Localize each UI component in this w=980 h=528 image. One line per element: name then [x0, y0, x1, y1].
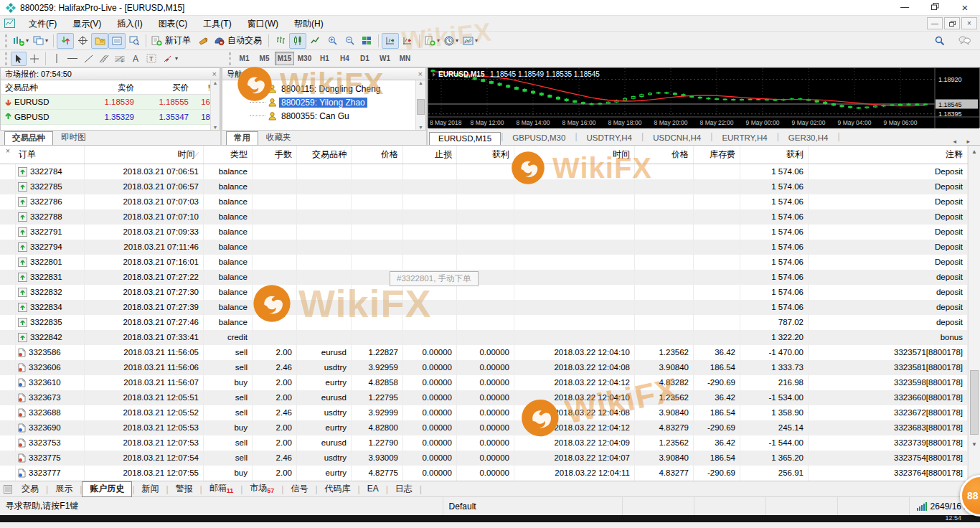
market-watch-scrollbar[interactable]: ▲▼: [210, 80, 220, 130]
history-close-icon[interactable]: ×: [0, 146, 16, 164]
timeframe-m30[interactable]: M30: [295, 52, 314, 65]
market-watch-col-0[interactable]: 交易品种: [1, 80, 78, 94]
chart-tab-eurusdm15[interactable]: EURUSD,M15: [429, 132, 501, 145]
menu-item-4[interactable]: 工具(T): [195, 19, 239, 29]
timeframe-w1[interactable]: W1: [375, 52, 395, 65]
chart-tabs-scroll-arrows[interactable]: ◂ ▸: [953, 138, 980, 145]
history-row-3322835[interactable]: 33228352018.03.21 07:27:46balance787.02d…: [0, 315, 980, 330]
terminal-tab-0[interactable]: 交易: [14, 482, 46, 496]
terminal-tab-8[interactable]: 代码库: [318, 482, 358, 496]
history-row-3322794[interactable]: 33227942018.03.21 07:11:46balance1 574.0…: [0, 240, 980, 255]
zoom-out-button[interactable]: [341, 33, 358, 49]
history-scroll-thumb[interactable]: [970, 370, 979, 435]
price-chart[interactable]: 8 May 20188 May 12:008 May 14:008 May 16…: [428, 67, 980, 128]
history-row-3323777[interactable]: 33237772018.03.21 12:07:55buy2.00eurtry4…: [0, 466, 980, 481]
chart-tab-ger30h4[interactable]: GER30,H4: [779, 131, 838, 145]
history-row-3323775[interactable]: 33237752018.03.21 12:07:54sell2.46usdtry…: [0, 451, 980, 466]
line-chart-button[interactable]: [306, 33, 324, 49]
auto-scroll-toggle[interactable]: [382, 33, 399, 49]
new-chart-button[interactable]: ▾: [11, 33, 31, 49]
terminal-tab-10[interactable]: 日志: [388, 482, 420, 496]
market-watch-col-1[interactable]: 卖价: [78, 80, 140, 94]
timeframe-h4[interactable]: H4: [335, 52, 354, 65]
trendline-tool[interactable]: [80, 52, 96, 66]
history-row-3322842[interactable]: 33228422018.03.21 07:33:41credit1 322.20…: [0, 330, 980, 345]
history-row-3323753[interactable]: 33237532018.03.21 12:07:53sell2.00eurusd…: [0, 435, 980, 451]
history-col-4[interactable]: 交易品种: [297, 146, 352, 164]
profiles-button[interactable]: ▾: [31, 33, 50, 49]
history-col-12[interactable]: 注释: [809, 146, 968, 164]
history-col-6[interactable]: 止损: [403, 146, 457, 164]
history-scrollbar[interactable]: ▲ ▼: [968, 146, 980, 481]
text-tool[interactable]: A: [128, 52, 143, 66]
horizontal-line-tool[interactable]: [65, 52, 80, 66]
terminal-tab-3[interactable]: 新闻: [134, 482, 166, 496]
status-profile[interactable]: Default: [443, 497, 622, 515]
menu-item-0[interactable]: 文件(F): [21, 19, 65, 29]
history-col-3[interactable]: 手数: [253, 146, 297, 164]
market-watch-tab-交易品种[interactable]: 交易品种: [4, 131, 53, 145]
menu-item-1[interactable]: 显示(V): [65, 19, 109, 29]
navigator-toggle[interactable]: [91, 33, 108, 49]
timeframe-m1[interactable]: M1: [235, 52, 254, 65]
label-tool[interactable]: T: [143, 52, 159, 66]
timeframe-grip[interactable]: [229, 52, 232, 65]
arrange-windows-button[interactable]: [358, 33, 375, 49]
history-row-3322834[interactable]: 33228342018.03.21 07:27:39balance1 574.0…: [0, 300, 980, 315]
history-row-3322786[interactable]: 33227862018.03.21 07:07:03balance1 574.0…: [0, 194, 980, 209]
periods-button[interactable]: ▾: [442, 33, 461, 49]
crosshair-tool[interactable]: [27, 52, 42, 66]
chart-tab-usdtryh4[interactable]: USDTRY,H4: [578, 131, 642, 145]
market-watch-tab-即时图[interactable]: 即时图: [53, 131, 94, 145]
market-watch-toggle[interactable]: [57, 33, 74, 49]
channel-tool[interactable]: [96, 52, 112, 66]
chat-button[interactable]: [956, 33, 973, 49]
minimize-button[interactable]: —: [890, 0, 920, 15]
history-row-3323610[interactable]: 33236102018.03.21 11:56:07buy2.00eurtry4…: [0, 375, 980, 390]
history-row-3322791[interactable]: 33227912018.03.21 07:09:33balance1 574.0…: [0, 225, 980, 240]
timeframe-h1[interactable]: H1: [315, 52, 334, 65]
terminal-tab-9[interactable]: EA: [360, 483, 386, 495]
mdi-minimize-button[interactable]: —: [927, 17, 943, 29]
history-col-9[interactable]: 价格: [635, 146, 694, 164]
history-row-3323688[interactable]: 33236882018.03.21 12:05:52sell2.46usdtry…: [0, 405, 980, 420]
terminal-tab-6[interactable]: 市场57: [242, 481, 281, 496]
history-col-1[interactable]: 时间 ⟋: [85, 146, 204, 164]
history-row-3323690[interactable]: 33236902018.03.21 12:05:53buy2.00eurtry4…: [0, 420, 980, 435]
market-watch-col-2[interactable]: 买价: [140, 80, 194, 94]
navigator-account-0[interactable]: 8800115: Dongling Cheng: [222, 82, 425, 95]
navigator-tab-收藏夹[interactable]: 收藏夹: [258, 131, 299, 145]
arrows-tool[interactable]: [159, 52, 175, 66]
history-row-3323606[interactable]: 33236062018.03.21 11:56:06sell2.46usdtry…: [0, 360, 980, 375]
close-button[interactable]: ×: [950, 0, 980, 15]
navigator-tab-常用[interactable]: 常用: [226, 131, 258, 145]
restore-button[interactable]: [920, 0, 950, 15]
history-row-3323673[interactable]: 33236732018.03.21 12:05:51sell2.00eurusd…: [0, 390, 980, 405]
search-button[interactable]: [931, 33, 948, 49]
templates-button[interactable]: ▾: [461, 33, 480, 49]
chart-tab-usdcnhh4[interactable]: USDCNH,H4: [644, 131, 710, 145]
timeframe-d1[interactable]: D1: [355, 52, 374, 65]
panel-grip-icon[interactable]: [1, 485, 14, 494]
chart-tab-gbpusdm30[interactable]: GBPUSD,M30: [503, 131, 575, 145]
market-watch-close-icon[interactable]: ×: [212, 70, 217, 78]
mdi-restore-button[interactable]: [944, 17, 960, 29]
data-window-button[interactable]: [74, 33, 91, 49]
terminal-toggle[interactable]: [108, 33, 126, 49]
fibonacci-tool[interactable]: F: [112, 52, 128, 66]
navigator-account-2[interactable]: 8800355: Can Gu: [222, 109, 425, 123]
indicators-button[interactable]: f▾: [423, 33, 442, 49]
market-watch-row-eurusd[interactable]: EURUSD1.185391.1855516: [1, 95, 220, 110]
mdi-close-button[interactable]: ×: [961, 17, 977, 29]
navigator-account-1[interactable]: 8800259: Yilong Zhao: [222, 95, 425, 109]
terminal-tab-1[interactable]: 展示: [48, 482, 80, 496]
history-col-10[interactable]: 库存费: [694, 146, 740, 164]
history-row-3322788[interactable]: 33227882018.03.21 07:07:10balance1 574.0…: [0, 209, 980, 225]
chart-tab-eurtryh4[interactable]: EURTRY,H4: [712, 131, 776, 145]
navigator-close-icon[interactable]: ×: [418, 70, 423, 78]
autotrading-button[interactable]: 自动交易: [212, 33, 265, 49]
terminal-tab-2[interactable]: 账户历史: [82, 481, 132, 497]
bar-chart-button[interactable]: [272, 33, 289, 49]
history-col-2[interactable]: 类型: [204, 146, 253, 164]
navigator-scrollbar[interactable]: ▲▼: [415, 80, 425, 130]
